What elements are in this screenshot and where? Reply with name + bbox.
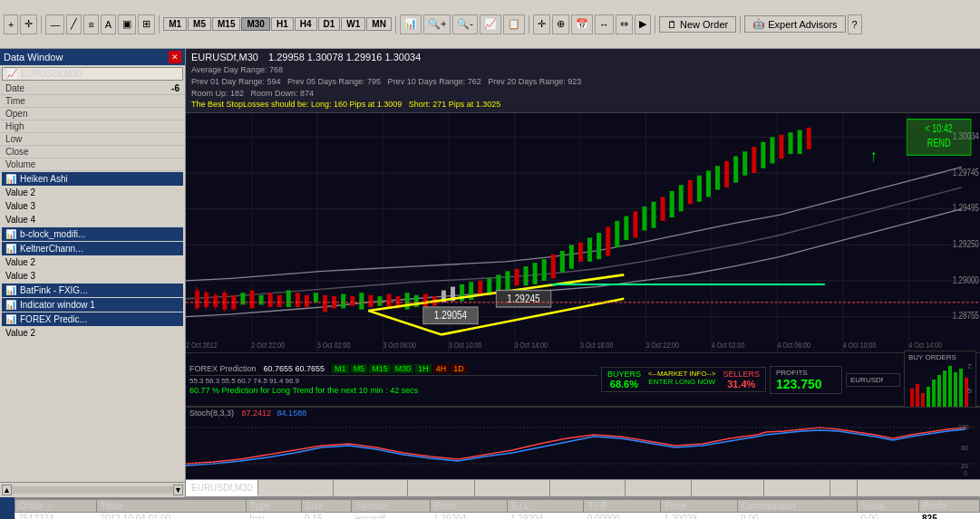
cell-size: 0.15 <box>301 513 352 520</box>
tf-d1[interactable]: D1 <box>318 17 341 31</box>
zoom-in-btn[interactable]: 🔍+ <box>423 14 451 34</box>
svg-rect-89 <box>807 128 811 149</box>
dw-open-row: Open <box>0 108 185 120</box>
col-size[interactable]: Size <box>301 500 352 513</box>
chart-shift-btn[interactable]: ▶ <box>635 14 651 34</box>
svg-text:53.807: 53.807 <box>967 388 972 394</box>
svg-rect-88 <box>798 130 802 153</box>
terminal-content: Order ↑ Time Type Size Symbol Price S / … <box>15 499 980 519</box>
col-symbol[interactable]: Symbol <box>352 500 431 513</box>
chart-type-btn[interactable]: 📊 <box>400 14 422 34</box>
sym-tab-usdcad[interactable]: USDCADf,H4 <box>626 480 693 496</box>
tf-m1[interactable]: M1 <box>163 17 187 31</box>
chart-header: EURUSDf,M30 1.29958 1.30078 1.29916 1.30… <box>186 49 980 113</box>
sym-tab-xauusd[interactable]: XAUUSDf,Daily <box>334 480 408 496</box>
tf-h1[interactable]: H1 <box>271 17 294 31</box>
col-commission[interactable]: Commission <box>737 500 857 513</box>
autoscroll-btn[interactable]: ⇔ <box>616 14 633 34</box>
col-swap[interactable]: Swap <box>858 500 918 513</box>
sym-tab-eurnzd[interactable]: EURNZDf,M1 <box>408 480 475 496</box>
stoch-svg: 100 80 20 0 <box>186 418 980 477</box>
col-tp[interactable]: T / P <box>584 500 661 513</box>
tf-w1[interactable]: W1 <box>341 17 365 31</box>
trend-btn[interactable]: ╱ <box>66 14 82 34</box>
dw-symbol: 📈 EURUSDf,M30 <box>2 67 183 81</box>
buy-orders-box: BUY ORDERS 72.88 <box>904 351 976 409</box>
sym-tab-gbpaud2[interactable]: GBPAUDf,M30 <box>692 480 764 496</box>
line-btn[interactable]: — <box>45 14 64 34</box>
market-info-label: <--MARKET INFO--> <box>648 370 716 378</box>
tf-m15[interactable]: M15 <box>212 17 240 31</box>
sym-tab-eurchf[interactable]: EURCHFf,Daily <box>550 480 625 496</box>
dw-time-row: Time <box>0 95 185 108</box>
svg-rect-38 <box>341 293 345 308</box>
svg-text:4 Oct 14:00: 4 Oct 14:00 <box>908 341 942 350</box>
zoom-btn[interactable]: ⊕ <box>552 14 569 34</box>
period-btn[interactable]: 📅 <box>571 14 593 34</box>
svg-text:3 Oct 22:00: 3 Oct 22:00 <box>645 341 679 350</box>
tf-m5[interactable]: M5 <box>188 17 211 31</box>
col-cprice[interactable]: Price <box>660 500 737 513</box>
tf-h4[interactable]: H4 <box>295 17 317 31</box>
data-window-panel: Data Window ✕ 📈 EURUSDf,M30 Date -6 Time… <box>0 49 186 497</box>
tf-mn[interactable]: MN <box>366 17 392 31</box>
svg-rect-64 <box>578 242 583 261</box>
scroll-btn[interactable]: ↔ <box>595 14 614 34</box>
svg-rect-69 <box>624 216 628 239</box>
svg-rect-60 <box>542 259 547 281</box>
dw-scroll-up[interactable]: ▲ <box>2 485 12 495</box>
main-chart[interactable]: 1.29245 1.29054 < 10:42 REND 1.30034 1.2… <box>186 113 980 352</box>
hline-btn[interactable]: ≡ <box>83 14 98 34</box>
svg-rect-47 <box>423 293 428 308</box>
dw-scroll-down[interactable]: ▼ <box>173 485 183 495</box>
obj-btn[interactable]: ▣ <box>118 14 136 34</box>
svg-rect-76 <box>688 180 693 204</box>
col-time[interactable]: Time <box>97 500 247 513</box>
main-toolbar: + ✛ — ╱ ≡ A ▣ ⊞ M1 M5 M15 M30 H1 H4 D1 W… <box>0 0 980 49</box>
new-order-btn[interactable]: 🗒 New Order <box>659 16 736 33</box>
text-btn[interactable]: A <box>101 14 116 34</box>
dw-date-label: Date <box>5 83 24 93</box>
svg-rect-28 <box>249 290 254 308</box>
crosshair-btn[interactable]: ✛ <box>20 14 37 34</box>
col-sl[interactable]: S / L <box>507 500 584 513</box>
svg-text:80: 80 <box>961 445 968 451</box>
svg-text:3 Oct 18:00: 3 Oct 18:00 <box>580 341 614 350</box>
col-profit[interactable]: Profit <box>918 500 979 513</box>
data-window-close-btn[interactable]: ✕ <box>169 51 181 63</box>
svg-text:100: 100 <box>958 424 969 430</box>
cell-time: 2012.10.04 01:00 <box>97 513 247 520</box>
orders-table: Order ↑ Time Type Size Symbol Price S / … <box>15 499 980 519</box>
zoom-out-btn[interactable]: 🔍- <box>452 14 478 34</box>
profits-box: PROFITS 123.750 <box>770 366 842 394</box>
template-btn[interactable]: 📋 <box>503 14 525 34</box>
dw-ind-icon-8: 📊 <box>5 285 16 295</box>
col-type[interactable]: Type <box>246 500 301 513</box>
sym-tab-audusd[interactable]: AUDUSDf,Daily <box>475 480 550 496</box>
fibo-btn[interactable]: ⊞ <box>138 14 155 34</box>
expert-advisors-btn[interactable]: 🤖 Expert Advisors <box>744 15 845 33</box>
svg-rect-77 <box>697 175 702 201</box>
indicators-btn[interactable]: 📈 <box>480 14 501 34</box>
cell-swap: 0.00 <box>858 513 918 520</box>
dw-scroll-track[interactable] <box>12 486 173 494</box>
sym-tab-eurusd[interactable]: EURUSDf,M30 <box>186 480 258 496</box>
buy-orders-chart: 72.88 53.807 <box>908 361 972 407</box>
pred-tf-4h: 4H <box>433 364 450 373</box>
col-price[interactable]: Price <box>430 500 507 513</box>
pv-2: 56.3 <box>206 377 220 385</box>
table-row[interactable]: 7517374 2012.10.04 01:00 buy 0.15 eurusd… <box>15 513 980 520</box>
sym-tab-audnzd[interactable]: AUDNZDf,H1 <box>764 480 830 496</box>
svg-text:1.30034: 1.30034 <box>953 130 979 141</box>
help-btn[interactable]: ? <box>848 14 862 34</box>
sym-tab-more[interactable]: E ... <box>830 480 859 496</box>
svg-rect-24 <box>222 293 227 309</box>
svg-rect-67 <box>606 226 610 255</box>
tf-m30[interactable]: M30 <box>241 17 269 31</box>
sym-tab-gbpaud[interactable]: GBPAUDf,Daily <box>258 480 333 496</box>
cell-type: buy <box>246 513 301 520</box>
svg-text:3 Oct 10:00: 3 Oct 10:00 <box>449 341 482 350</box>
col-order[interactable]: Order ↑ <box>15 500 97 513</box>
crosshair2-btn[interactable]: ✛ <box>533 14 550 34</box>
new-chart-btn[interactable]: + <box>4 14 18 34</box>
